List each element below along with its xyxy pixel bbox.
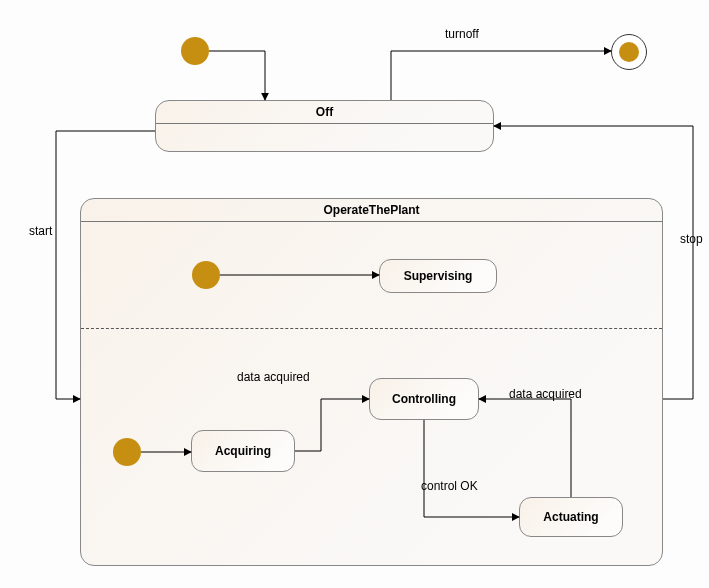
transition-label-data-acquired-1: data acquired [237,370,310,384]
state-diagram: Off OperateThePlant Supervising Acquirin… [0,0,709,588]
state-actuating: Actuating [519,497,623,537]
state-off: Off [155,100,494,152]
transition-label-start: start [29,224,52,238]
region-separator [81,328,662,329]
transition-label-turnoff: turnoff [445,27,479,41]
state-off-title: Off [156,101,493,124]
initial-state [181,37,209,65]
state-supervising-label: Supervising [404,269,473,283]
state-acquiring-label: Acquiring [215,444,271,458]
transition-label-data-acquired-2: data acquired [509,387,582,401]
state-operate-the-plant-title: OperateThePlant [81,199,662,222]
transition-label-control-ok: control OK [421,479,478,493]
initial-state-region2 [113,438,141,466]
state-acquiring: Acquiring [191,430,295,472]
initial-state-region1 [192,261,220,289]
state-actuating-label: Actuating [543,510,598,524]
state-supervising: Supervising [379,259,497,293]
state-controlling-label: Controlling [392,392,456,406]
final-state [611,34,647,70]
state-controlling: Controlling [369,378,479,420]
transition-label-stop: stop [680,232,703,246]
final-state-inner [619,42,639,62]
